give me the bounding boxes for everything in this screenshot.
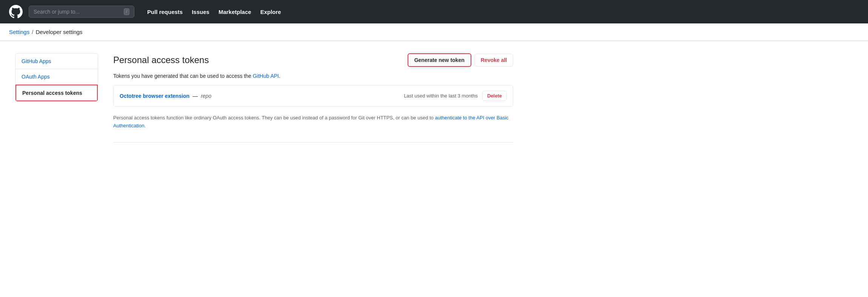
header-actions: Generate new token Revoke all (408, 53, 513, 67)
page-title: Personal access tokens (113, 55, 209, 65)
breadcrumb-settings-link[interactable]: Settings (9, 29, 29, 35)
token-scope: repo (201, 93, 211, 99)
breadcrumb-separator: / (32, 29, 33, 35)
generate-new-token-button[interactable]: Generate new token (408, 53, 471, 67)
token-list: Octotree browser extension — repo Last u… (113, 85, 513, 107)
main-content: GitHub Apps OAuth Apps Personal access t… (0, 41, 528, 155)
header: / Pull requests Issues Marketplace Explo… (0, 0, 868, 23)
sidebar-item-oauth-apps[interactable]: OAuth Apps (15, 69, 98, 85)
content-area: Personal access tokens Generate new toke… (113, 53, 513, 142)
token-meta: Last used within the last 3 months Delet… (404, 91, 507, 101)
nav-pull-requests[interactable]: Pull requests (143, 6, 186, 17)
table-row: Octotree browser extension — repo Last u… (114, 85, 513, 106)
search-shortcut: / (124, 8, 129, 15)
search-bar[interactable]: / (29, 6, 134, 18)
description-text: Tokens you have generated that can be us… (113, 73, 513, 79)
nav-explore[interactable]: Explore (257, 6, 285, 17)
sidebar-item-personal-access-tokens[interactable]: Personal access tokens (15, 85, 98, 101)
github-api-link[interactable]: GitHub API (253, 73, 279, 79)
token-info: Octotree browser extension — repo (120, 93, 211, 99)
nav-issues[interactable]: Issues (188, 6, 213, 17)
token-last-used: Last used within the last 3 months (404, 93, 478, 99)
sidebar: GitHub Apps OAuth Apps Personal access t… (15, 53, 98, 102)
footer-text: Personal access tokens function like ord… (113, 114, 513, 130)
bottom-divider (113, 142, 513, 142)
github-logo[interactable] (9, 5, 23, 19)
token-name-link[interactable]: Octotree browser extension (120, 93, 189, 99)
breadcrumb-current: Developer settings (35, 29, 82, 35)
content-header: Personal access tokens Generate new toke… (113, 53, 513, 67)
header-nav: Pull requests Issues Marketplace Explore (143, 6, 285, 17)
breadcrumb: Settings / Developer settings (0, 23, 868, 41)
revoke-all-button[interactable]: Revoke all (474, 54, 513, 67)
sidebar-item-github-apps[interactable]: GitHub Apps (15, 54, 98, 69)
search-input[interactable] (34, 9, 121, 15)
delete-token-button[interactable]: Delete (482, 91, 507, 101)
nav-marketplace[interactable]: Marketplace (215, 6, 255, 17)
token-dash: — (192, 93, 198, 99)
